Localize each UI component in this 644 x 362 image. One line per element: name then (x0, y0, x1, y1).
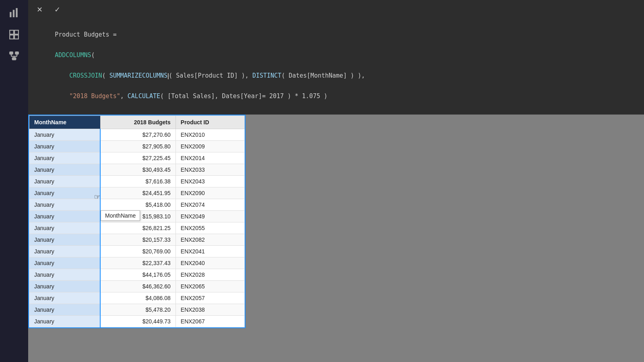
bar-chart-icon[interactable] (5, 4, 23, 22)
table-row: January $30,493.45 ENX2033 (29, 164, 245, 175)
svg-rect-7 (10, 52, 13, 54)
cancel-button[interactable]: ✕ (33, 3, 46, 16)
table-row: January $27,905.80 ENX2009 (29, 140, 245, 152)
cell-product: ENX2040 (175, 257, 244, 269)
svg-rect-9 (12, 58, 16, 60)
main-panel: ✕ ✓ Product Budgets = ADDCOLUMNS( CROSSJ… (28, 0, 644, 362)
svg-rect-4 (14, 30, 19, 34)
cell-month: January (29, 210, 101, 222)
svg-rect-6 (14, 35, 19, 39)
diagram-icon[interactable] (5, 47, 23, 65)
cell-budget: $20,157.33 (100, 234, 175, 245)
cell-product: ENX2028 (175, 269, 244, 280)
cell-month: January (29, 234, 101, 245)
cell-budget: $4,086.08 (100, 292, 175, 304)
cell-product: ENX2009 (175, 140, 244, 152)
cell-month: January (29, 187, 101, 199)
col-budgets: 2018 Budgets (100, 115, 175, 129)
cell-month: January (29, 199, 101, 210)
svg-rect-2 (16, 8, 17, 17)
col-productid: Product ID (175, 115, 244, 129)
cell-month: January (29, 269, 101, 280)
column-tooltip: MonthName (101, 210, 140, 221)
cell-month: January (29, 257, 101, 269)
cell-product: ENX2082 (175, 234, 244, 245)
cell-budget: $20,449.73 (100, 315, 175, 327)
cell-product: ENX2067 (175, 315, 244, 327)
table-row: January $27,270.60 ENX2010 (29, 129, 245, 140)
formula-bar: ✕ ✓ Product Budgets = ADDCOLUMNS( CROSSJ… (28, 0, 644, 115)
table-grid-icon[interactable] (5, 26, 23, 43)
table-row: January $46,362.60 ENX2065 (29, 280, 245, 292)
svg-rect-0 (10, 12, 11, 17)
cell-product: ENX2014 (175, 152, 244, 164)
table-row: January $20,769.00 ENX2041 (29, 245, 245, 257)
cell-product: ENX2055 (175, 222, 244, 234)
col-monthname: MonthName (29, 115, 101, 129)
table-row: January $5,418.00 ENX2074 (29, 199, 245, 210)
svg-rect-3 (10, 30, 14, 34)
cell-budget: $27,905.80 (100, 140, 175, 152)
cell-month: January (29, 245, 101, 257)
cell-product: ENX2090 (175, 187, 244, 199)
cell-product: ENX2041 (175, 245, 244, 257)
cell-budget: $44,176.05 (100, 269, 175, 280)
cell-budget: $22,337.43 (100, 257, 175, 269)
cell-product: ENX2043 (175, 175, 244, 187)
table-row: January $26,821.25 ENX2055 (29, 222, 245, 234)
table-row: January $44,176.05 ENX2028 (29, 269, 245, 280)
data-table-wrapper: MonthName 2018 Budgets Product ID Januar… (28, 115, 246, 328)
svg-rect-5 (10, 35, 14, 39)
table-row: January $20,449.73 ENX2067 (29, 315, 245, 327)
formula-toolbar: ✕ ✓ (33, 3, 639, 16)
cell-budget: $5,418.00 (100, 199, 175, 210)
table-row: January $22,337.43 ENX2040 (29, 257, 245, 269)
formula-code: Product Budgets = ADDCOLUMNS( CROSSJOIN(… (33, 19, 639, 112)
svg-rect-8 (15, 52, 19, 54)
cell-product: ENX2057 (175, 292, 244, 304)
cell-product: ENX2065 (175, 280, 244, 292)
cell-budget: $27,270.60 (100, 129, 175, 140)
cell-product: ENX2010 (175, 129, 244, 140)
cell-budget: $26,821.25 (100, 222, 175, 234)
table-header-row: MonthName 2018 Budgets Product ID (29, 115, 245, 129)
cell-product: ENX2033 (175, 164, 244, 175)
sidebar (0, 0, 28, 362)
cell-product: ENX2038 (175, 304, 244, 315)
cell-product: ENX2074 (175, 199, 244, 210)
table-area: MonthName 2018 Budgets Product ID Januar… (28, 115, 644, 362)
cell-month: January (29, 280, 101, 292)
table-row: January $7,616.38 ENX2043 (29, 175, 245, 187)
text-cursor (168, 73, 169, 79)
cell-budget: $5,478.20 (100, 304, 175, 315)
cell-budget: $20,769.00 (100, 245, 175, 257)
cell-month: January (29, 292, 101, 304)
table-row: January $5,478.20 ENX2038 (29, 304, 245, 315)
cell-month: January (29, 315, 101, 327)
data-table: MonthName 2018 Budgets Product ID Januar… (29, 115, 245, 327)
cell-budget: $24,451.95 (100, 187, 175, 199)
cell-month: January (29, 175, 101, 187)
table-row: January $24,451.95 ENX2090 (29, 187, 245, 199)
confirm-button[interactable]: ✓ (51, 3, 64, 16)
cell-month: January (29, 152, 101, 164)
cell-month: January (29, 164, 101, 175)
table-row: January $4,086.08 ENX2057 (29, 292, 245, 304)
cell-budget: $30,493.45 (100, 164, 175, 175)
table-row: January $20,157.33 ENX2082 (29, 234, 245, 245)
cell-month: January (29, 140, 101, 152)
table-row: January $27,225.45 ENX2014 (29, 152, 245, 164)
cell-product: ENX2049 (175, 210, 244, 222)
svg-rect-1 (13, 10, 14, 17)
cell-budget: $7,616.38 (100, 175, 175, 187)
cell-month: January (29, 129, 101, 140)
cell-month: January (29, 222, 101, 234)
cell-budget: $46,362.60 (100, 280, 175, 292)
cell-month: January (29, 304, 101, 315)
cell-budget: $27,225.45 (100, 152, 175, 164)
